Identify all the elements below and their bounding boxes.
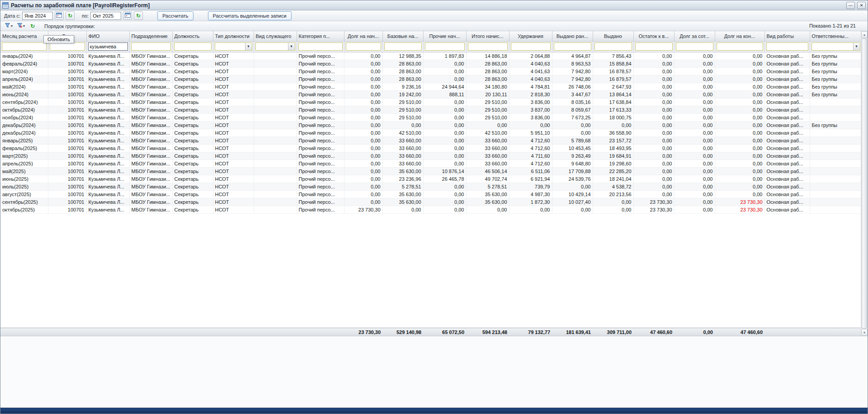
table-row[interactable]: июнь(2025)100701Кузьмичева Л...МБОУ Гимн… <box>0 175 861 183</box>
filter-input-category[interactable] <box>299 43 342 50</box>
table-row[interactable]: июнь(2024)100701Кузьмичева Л...МБОУ Гимн… <box>0 90 861 98</box>
filter-dropdown-resp[interactable]: ▾ <box>853 43 860 50</box>
cell-debt_emp: 0,00 <box>674 113 715 121</box>
filter-input-worktype[interactable] <box>767 43 808 50</box>
column-header-month[interactable]: Месяц расчета <box>0 31 48 41</box>
filter-input-dept[interactable] <box>132 43 170 50</box>
filter-input-paid_before[interactable] <box>554 43 591 50</box>
date-to-calendar-button[interactable] <box>123 11 132 20</box>
filter-input-emptype[interactable] <box>256 43 288 50</box>
table-row[interactable]: март(2025)100701Кузьмичева Л...МБОУ Гимн… <box>0 152 861 160</box>
column-header-pos[interactable]: Должность <box>172 31 213 41</box>
column-header-paid[interactable]: Выдано <box>593 31 633 41</box>
date-to-reset-button[interactable]: ↻ <box>134 11 143 20</box>
table-row[interactable]: январь(2024)100701Кузьмичева Л...МБОУ Ги… <box>0 52 861 60</box>
cell-other: 0,00 <box>423 113 466 121</box>
cell-resp <box>810 167 861 175</box>
filter-input-other[interactable] <box>425 43 464 50</box>
date-from-reset-button[interactable]: ↻ <box>66 11 75 20</box>
filter-button[interactable]: ▾ <box>3 22 14 30</box>
scroll-down-arrow-icon[interactable]: ▼ <box>861 329 868 336</box>
vertical-scrollbar[interactable]: ▲ ▼ <box>861 31 868 336</box>
filter-input-debt_emp[interactable] <box>676 43 713 50</box>
scrollbar-thumb[interactable] <box>862 38 867 329</box>
column-header-dept[interactable]: Подразделение <box>129 31 172 41</box>
minimize-button[interactable]: — <box>846 2 855 9</box>
column-header-debt_start[interactable]: Долг на нач... <box>344 31 382 41</box>
cell-tab: 100701 <box>48 144 86 152</box>
filter-input-postype[interactable] <box>215 43 245 50</box>
filter-input-base[interactable] <box>385 43 421 50</box>
table-row[interactable]: октябрь(2025)100701Кузьмичева Л...МБОУ Г… <box>0 206 861 213</box>
filter-input-month[interactable] <box>2 43 46 50</box>
totals-table: 23 730,30529 140,9865 072,50594 213,4879… <box>0 328 861 336</box>
cell-other: 0,00 <box>423 106 466 113</box>
cell-resp <box>810 152 861 160</box>
filter-input-paid[interactable] <box>595 43 632 50</box>
clear-filter-button[interactable]: ▾ <box>15 22 26 30</box>
cell-month: июль(2025) <box>0 183 48 190</box>
table-row[interactable]: ноябрь(2024)100701Кузьмичева Л...МБОУ Ги… <box>0 113 861 121</box>
table-row[interactable]: май(2024)100701Кузьмичева Л...МБОУ Гимна… <box>0 83 861 90</box>
refresh-button[interactable]: ↻ <box>28 22 38 30</box>
table-row[interactable]: январь(2025)100701Кузьмичева Л...МБОУ Ги… <box>0 136 861 144</box>
column-header-fio[interactable]: ФИО <box>86 31 129 41</box>
filter-dropdown-postype[interactable]: ▾ <box>245 43 252 50</box>
filter-cell-emptype: ▾ <box>254 41 297 52</box>
table-row[interactable]: март(2024)100701Кузьмичева Л...МБОУ Гимн… <box>0 67 861 75</box>
filter-input-debt_end[interactable] <box>717 43 763 50</box>
cell-resp <box>810 160 861 167</box>
table-row[interactable]: сентябрь(2024)100701Кузьмичева Л...МБОУ … <box>0 98 861 106</box>
filter-input-withheld[interactable] <box>511 43 550 50</box>
filter-input-accrued[interactable] <box>468 43 507 50</box>
table-row[interactable]: май(2025)100701Кузьмичева Л...МБОУ Гимна… <box>0 167 861 175</box>
column-header-withheld[interactable]: Удержания <box>509 31 552 41</box>
column-header-debt_end[interactable]: Долг на кон... <box>715 31 764 41</box>
column-header-paid_before[interactable]: Выдано ран... <box>552 31 593 41</box>
table-row[interactable]: сентябрь(2025)100701Кузьмичева Л...МБОУ … <box>0 198 861 206</box>
cell-fio: Кузьмичева Л... <box>86 175 129 183</box>
column-header-postype[interactable]: Тип должности <box>213 31 254 41</box>
date-to-input[interactable] <box>90 12 121 20</box>
column-header-category[interactable]: Категория п... <box>297 31 344 41</box>
table-row[interactable]: февраль(2025)100701Кузьмичева Л...МБОУ Г… <box>0 144 861 152</box>
filter-input-resp[interactable] <box>812 43 853 50</box>
filter-input-rest[interactable] <box>636 43 672 50</box>
close-button[interactable]: ✕ <box>857 2 866 9</box>
cell-pos: Секретарь <box>172 98 213 106</box>
column-header-emptype[interactable]: Вид служащего <box>254 31 297 41</box>
scroll-up-arrow-icon[interactable]: ▲ <box>861 31 868 38</box>
cell-pos: Секретарь <box>172 152 213 160</box>
column-header-base[interactable]: Базовые на... <box>382 31 423 41</box>
filter-input-pos[interactable] <box>175 43 211 50</box>
date-from-calendar-button[interactable] <box>55 11 64 20</box>
filter-cell-debt_emp <box>674 41 715 52</box>
filter-dropdown-emptype[interactable]: ▾ <box>288 43 295 50</box>
table-row[interactable]: апрель(2025)100701Кузьмичева Л...МБОУ Ги… <box>0 160 861 167</box>
table-row[interactable]: февраль(2024)100701Кузьмичева Л...МБОУ Г… <box>0 60 861 67</box>
cell-postype: НСОТ <box>213 198 254 206</box>
cell-postype: НСОТ <box>213 60 254 67</box>
column-header-worktype[interactable]: Вид работы <box>764 31 810 41</box>
cell-other: 0,00 <box>423 75 466 83</box>
table-row[interactable]: апрель(2024)100701Кузьмичева Л...МБОУ Ги… <box>0 75 861 83</box>
column-header-accrued[interactable]: Итого начис... <box>466 31 509 41</box>
table-row[interactable]: август(2025)100701Кузьмичева Л...МБОУ Ги… <box>0 190 861 198</box>
column-header-other[interactable]: Прочие нач... <box>423 31 466 41</box>
column-header-resp[interactable]: Ответственны... <box>810 31 861 41</box>
cell-debt_start: 0,00 <box>344 98 382 106</box>
column-header-rest[interactable]: Остаток к в... <box>633 31 674 41</box>
table-row[interactable]: декабрь(2024)100701Кузьмичева Л...МБОУ Г… <box>0 129 861 136</box>
filter-input-tab[interactable] <box>50 43 85 50</box>
column-header-debt_emp[interactable]: Долг за сот... <box>674 31 715 41</box>
table-row[interactable]: июль(2025)100701Кузьмичева Л...МБОУ Гимн… <box>0 183 861 190</box>
date-from-input[interactable] <box>22 12 53 20</box>
filter-input-fio[interactable] <box>89 43 127 50</box>
calculate-selected-button[interactable]: Рассчитать выделенные записи <box>208 11 292 20</box>
cell-resp <box>810 113 861 121</box>
calculate-button[interactable]: Рассчитать <box>157 11 193 20</box>
filter-input-debt_start[interactable] <box>346 43 381 50</box>
table-row[interactable]: декабрь(2024)100701Кузьмичева Л...МБОУ Г… <box>0 121 861 129</box>
filter-cell-accrued <box>466 41 509 52</box>
table-row[interactable]: октябрь(2024)100701Кузьмичева Л...МБОУ Г… <box>0 106 861 113</box>
